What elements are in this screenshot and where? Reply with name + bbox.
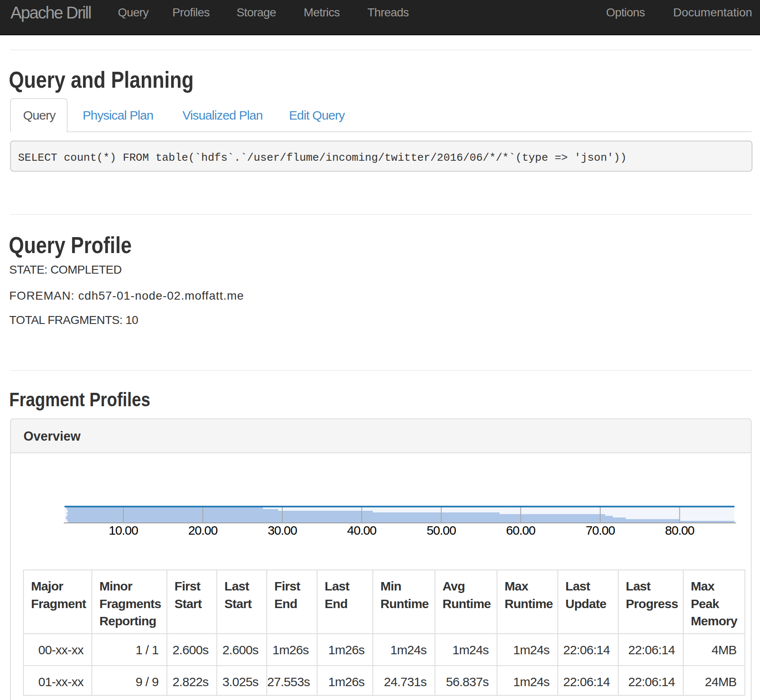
- svg-text:70.00: 70.00: [586, 523, 615, 537]
- svg-text:30.00: 30.00: [268, 523, 297, 537]
- svg-text:20.00: 20.00: [188, 523, 218, 537]
- svg-text:60.00: 60.00: [506, 523, 536, 537]
- svg-text:40.00: 40.00: [347, 523, 377, 537]
- svg-text:10.00: 10.00: [109, 523, 138, 537]
- svg-text:80.00: 80.00: [665, 523, 695, 537]
- svg-text:50.00: 50.00: [427, 523, 456, 537]
